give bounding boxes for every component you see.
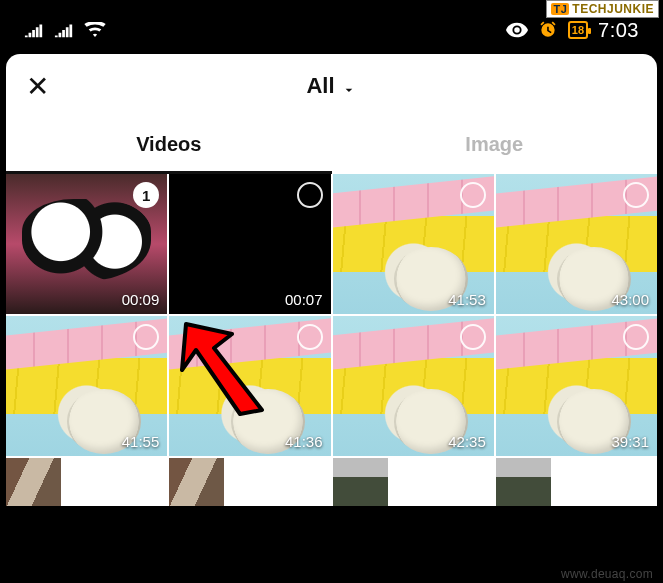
album-title: All (306, 73, 334, 99)
video-thumb[interactable]: 42:35 (333, 316, 494, 456)
selection-circle[interactable] (460, 324, 486, 350)
tab-videos[interactable]: Videos (6, 118, 332, 174)
selection-circle[interactable] (460, 182, 486, 208)
sheet-header: ✕ All (6, 54, 657, 118)
thumbnail-art (496, 458, 551, 506)
battery-indicator: 18 (568, 21, 588, 39)
watermark-top-text: TECHJUNKIE (572, 2, 654, 16)
video-thumb[interactable]: 39:31 (496, 316, 657, 456)
thumbnail-art (333, 458, 388, 506)
tab-image[interactable]: Image (332, 118, 658, 174)
selection-circle[interactable] (297, 324, 323, 350)
video-thumb[interactable]: 41:53 (333, 174, 494, 314)
video-thumb[interactable] (496, 458, 551, 506)
alarm-icon (538, 20, 558, 40)
watermark-techjunkie: TJ TECHJUNKIE (546, 0, 659, 18)
video-duration: 00:09 (122, 291, 160, 308)
video-thumb[interactable]: 41:55 (6, 316, 167, 456)
video-thumb[interactable]: 100:09 (6, 174, 167, 314)
clock: 7:03 (598, 19, 639, 42)
media-tabs: Videos Image (6, 118, 657, 174)
thumbnail-art (6, 458, 61, 506)
video-thumb[interactable] (6, 458, 61, 506)
wifi-icon (84, 22, 106, 38)
video-duration: 42:35 (448, 433, 486, 450)
thumbnail-art (169, 458, 224, 506)
video-thumb[interactable] (333, 458, 388, 506)
battery-text: 18 (572, 24, 584, 36)
video-thumb[interactable]: 43:00 (496, 174, 657, 314)
techjunkie-logo-icon: TJ (551, 3, 569, 15)
chevron-down-icon (341, 78, 357, 94)
album-selector[interactable]: All (306, 73, 356, 99)
tab-videos-label: Videos (136, 133, 201, 156)
video-duration: 41:36 (285, 433, 323, 450)
selection-circle[interactable] (623, 182, 649, 208)
video-thumb[interactable]: 00:07 (169, 174, 330, 314)
video-thumb[interactable]: 41:36 (169, 316, 330, 456)
video-grid: 100:0900:0741:5343:0041:5541:3642:3539:3… (6, 174, 657, 506)
video-duration: 41:55 (122, 433, 160, 450)
video-duration: 43:00 (611, 291, 649, 308)
gallery-sheet: ✕ All Videos Image 100:0900:0741:5343:00… (6, 54, 657, 506)
selection-circle[interactable] (297, 182, 323, 208)
video-duration: 39:31 (611, 433, 649, 450)
video-thumb[interactable] (169, 458, 224, 506)
watermark-bottom: www.deuaq.com (561, 567, 653, 581)
signal-icon (24, 22, 44, 38)
eye-icon (506, 22, 528, 38)
video-duration: 00:07 (285, 291, 323, 308)
signal-icon-2 (54, 22, 74, 38)
close-button[interactable]: ✕ (26, 70, 49, 103)
video-duration: 41:53 (448, 291, 486, 308)
tab-image-label: Image (465, 133, 523, 156)
